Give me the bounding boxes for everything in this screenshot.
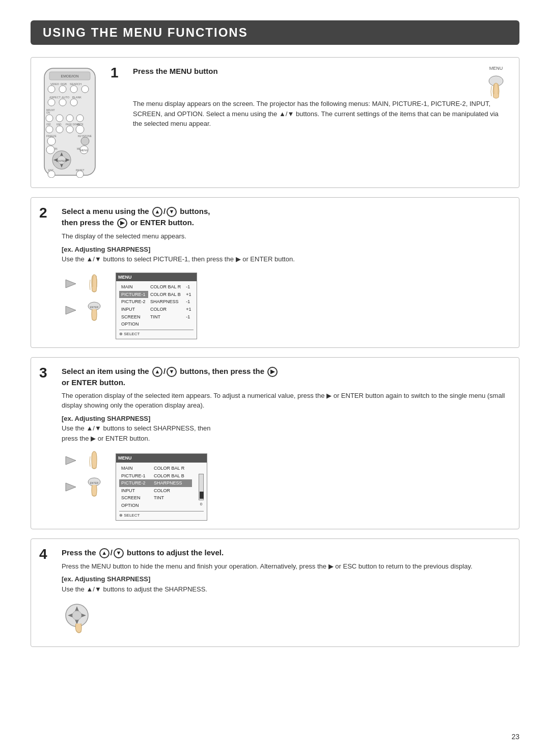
step1-body: The menu display appears on the screen. …	[133, 99, 509, 129]
menu-title-bar-2: MENU	[116, 273, 197, 282]
svg-marker-55	[66, 456, 76, 465]
down-icon-3: ▼	[167, 367, 177, 377]
svg-text:SEARCH: SEARCH	[70, 83, 81, 86]
svg-text:RGB: RGB	[61, 83, 67, 86]
up-icon-4: ▲	[99, 548, 109, 558]
down-icon-4: ▼	[114, 548, 124, 558]
svg-point-33	[81, 137, 89, 145]
step1-number: 1	[111, 66, 125, 80]
down-icon-4b: ▼	[95, 585, 101, 593]
right-icon-3b: ▶	[326, 392, 332, 399]
page-container: USING THE MENU FUNCTIONS EMOE/ION VIDEO …	[0, 0, 550, 687]
up-icon-2b: ▲	[86, 255, 93, 263]
svg-point-15	[70, 99, 77, 106]
up-arrow-icon: ▲	[279, 110, 286, 118]
svg-point-46	[76, 171, 84, 178]
svg-marker-56	[66, 483, 76, 491]
svg-text:BLANK: BLANK	[72, 96, 81, 99]
page-number: 23	[511, 733, 519, 741]
svg-text:ENTER: ENTER	[57, 159, 67, 163]
step4-number: 4	[39, 547, 53, 561]
section-4: 4 Press the ▲/▼ buttons to adjust the le…	[31, 538, 519, 647]
down-icon-2: ▼	[167, 207, 177, 217]
svg-point-64	[72, 611, 81, 620]
svg-text:MENU: MENU	[80, 149, 88, 152]
hand-icon-3a	[83, 449, 105, 472]
right-icon-3: ▶	[267, 367, 278, 377]
down-icon-2b: ▼	[95, 255, 101, 263]
up-icon-4b: ▲	[86, 585, 93, 593]
step2-number: 2	[39, 206, 53, 220]
step2-menu-screenshot: MENU MAINCOLOR BAL R-1 PICTURE-1COLOR BA…	[116, 273, 197, 339]
svg-marker-51	[66, 280, 76, 288]
svg-text:EMOE/ION: EMOE/ION	[61, 74, 78, 78]
section-1: EMOE/ION VIDEO RGB SEARCH ASPECT AUTO BL…	[31, 57, 519, 188]
svg-text:ON: ON	[46, 112, 50, 114]
menu-footer-3: ⊕ SELECT	[119, 511, 204, 518]
svg-point-19	[56, 115, 63, 122]
hand-icon-3b: ENTER	[83, 476, 105, 498]
up-icon-2: ▲	[152, 207, 162, 217]
menu-label: MENU	[489, 66, 503, 71]
svg-point-8	[70, 86, 77, 93]
remote-svg: EMOE/ION VIDEO RGB SEARCH ASPECT AUTO BL…	[39, 66, 100, 178]
step1-title: Press the MENU button	[133, 66, 218, 76]
svg-point-49	[46, 146, 54, 154]
step2-body: The display of the selected menu appears…	[62, 231, 509, 264]
svg-point-32	[47, 137, 56, 145]
svg-text:ENTER: ENTER	[90, 306, 99, 309]
svg-point-26	[46, 126, 53, 133]
svg-point-29	[76, 125, 84, 133]
menu-press-icon	[483, 71, 509, 99]
svg-marker-52	[66, 306, 76, 314]
up-icon-3b: ▲	[86, 424, 93, 432]
step4-body: Press the MENU button to hide the menu a…	[62, 561, 509, 595]
down-icon-3b: ▼	[95, 424, 101, 432]
step3-menu-screenshot: MENU MAINCOLOR BAL R PICTURE-1COLOR BAL …	[116, 453, 207, 520]
svg-point-21	[76, 115, 84, 122]
svg-point-27	[56, 126, 63, 133]
remote-control-image: EMOE/ION VIDEO RGB SEARCH ASPECT AUTO BL…	[39, 66, 111, 179]
svg-point-14	[59, 99, 66, 106]
menu-title-bar-3: MENU	[116, 454, 207, 463]
arrow-right-icon-2	[62, 301, 80, 319]
page-title: USING THE MENU FUNCTIONS	[31, 20, 519, 45]
hand-icon-1	[83, 273, 105, 295]
arrow-right-icon-1	[62, 275, 80, 293]
section-3: 3 Select an item using the ▲/▼ buttons, …	[31, 357, 519, 529]
svg-point-13	[48, 99, 55, 106]
svg-point-18	[46, 115, 53, 122]
step3-title: Select an item using the ▲/▼ buttons, th…	[62, 366, 509, 388]
svg-text:ENTER: ENTER	[90, 481, 99, 484]
down-arrow-icon: ▼	[287, 110, 294, 118]
svg-text:END: END	[57, 123, 62, 126]
right-icon-2: ▶	[117, 218, 127, 228]
svg-text:ASPECT: ASPECT	[49, 96, 61, 99]
step3-body: The operation display of the selected it…	[62, 391, 509, 444]
step2-illustration: ENTER MENU MAINCOLOR BAL R-1	[62, 268, 509, 339]
menu-footer-2: ⊕ SELECT	[119, 330, 194, 337]
hand-icon-2: ENTER	[83, 299, 105, 321]
hand-icon-4	[62, 601, 92, 637]
arrow-right-icon-3a	[62, 451, 80, 470]
svg-point-6	[48, 86, 55, 93]
svg-text:OFF: OFF	[46, 123, 51, 126]
up-icon-3: ▲	[152, 367, 162, 377]
step2-title: Select a menu using the ▲/▼ buttons, the…	[62, 206, 509, 228]
svg-point-9	[81, 86, 89, 93]
right-icon-4: ▶	[328, 562, 334, 570]
arrow-right-icon-3b	[62, 478, 80, 496]
right-icon-2b: ▶	[236, 255, 241, 263]
svg-text:AUTO: AUTO	[62, 96, 70, 99]
svg-point-20	[66, 115, 73, 122]
section1-content: 1 Press the MENU button MENU	[111, 66, 509, 179]
step3-number: 3	[39, 366, 53, 380]
step4-title: Press the ▲/▼ buttons to adjust the leve…	[62, 547, 509, 558]
svg-point-28	[66, 126, 73, 133]
right-icon-3c: ▶	[91, 435, 96, 442]
section-2: 2 Select a menu using the ▲/▼ buttons, t…	[31, 197, 519, 348]
svg-point-45	[48, 171, 55, 178]
svg-point-7	[59, 86, 66, 93]
svg-text:VIDEO: VIDEO	[50, 83, 60, 86]
